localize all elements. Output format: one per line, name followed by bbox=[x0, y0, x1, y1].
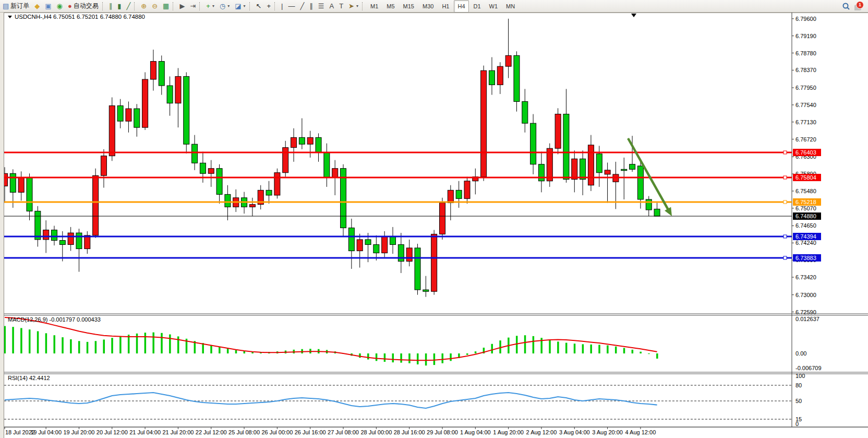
macd-axis-label: 0.00 bbox=[795, 350, 806, 357]
rsi-axis-label: 0 bbox=[795, 421, 799, 427]
macd-histogram-bar bbox=[169, 335, 171, 353]
line-handle[interactable] bbox=[783, 256, 787, 259]
candle-body bbox=[481, 70, 487, 177]
time-axis-label: 3 Aug 04:00 bbox=[559, 429, 590, 435]
macd-histogram-bar bbox=[450, 353, 452, 361]
fibonacci-button[interactable]: ☰ bbox=[316, 1, 327, 12]
vline-button[interactable]: | bbox=[279, 1, 285, 12]
chart-window: 6.796006.791906.787806.783706.779506.775… bbox=[4, 13, 868, 438]
label-button[interactable]: T bbox=[336, 1, 346, 12]
timeframe-m5-button[interactable]: M5 bbox=[383, 0, 398, 13]
price-axis-tick-label: 6.77950 bbox=[795, 85, 816, 91]
indicators-button[interactable]: +▾ bbox=[203, 1, 217, 12]
candle-body bbox=[109, 105, 115, 156]
text-button[interactable]: A bbox=[327, 1, 336, 12]
tile-windows-button[interactable]: ▦ bbox=[160, 1, 172, 12]
signals-button[interactable]: ◉ bbox=[54, 1, 65, 12]
cursor-button[interactable]: ↖ bbox=[254, 1, 264, 12]
search-icon[interactable] bbox=[842, 2, 850, 10]
macd-histogram-bar bbox=[565, 343, 568, 353]
notifications-button[interactable]: 1 bbox=[854, 2, 864, 10]
crosshair-button[interactable]: + bbox=[264, 1, 273, 12]
timeframe-w1-button[interactable]: W1 bbox=[486, 0, 502, 13]
time-axis-label: 2 Aug 12:00 bbox=[526, 429, 557, 435]
candle-body bbox=[365, 240, 371, 245]
candlestick-chart-icon: ▮ bbox=[117, 3, 121, 9]
timeframe-d1-button[interactable]: D1 bbox=[470, 0, 485, 13]
bar-chart-button[interactable]: ∥ bbox=[106, 1, 115, 12]
macd-histogram-bar bbox=[376, 353, 378, 361]
rsi-axis-label: 50 bbox=[795, 398, 802, 404]
macd-histogram-bar bbox=[177, 336, 179, 353]
macd-histogram-bar bbox=[219, 347, 221, 353]
macd-histogram-bar bbox=[425, 353, 427, 365]
candle-body bbox=[630, 164, 635, 170]
auto-scroll-button[interactable]: ▶ bbox=[177, 1, 187, 12]
templates-button[interactable]: ◪▾ bbox=[232, 1, 248, 12]
candle-body bbox=[580, 159, 586, 179]
zoom-in-button[interactable]: ⊕ bbox=[138, 1, 149, 12]
macd-histogram-bar bbox=[400, 353, 402, 363]
price-axis-tick-label: 6.75480 bbox=[795, 188, 816, 194]
chart-title: USDCNH-,H4 6.75051 6.75201 6.74880 6.748… bbox=[15, 14, 145, 20]
macd-histogram-bar bbox=[144, 333, 147, 353]
macd-histogram-bar bbox=[516, 336, 518, 353]
chevron-down-icon: ▾ bbox=[212, 4, 214, 8]
zoom-out-button[interactable]: ⊖ bbox=[149, 1, 160, 12]
hline-button[interactable]: — bbox=[285, 1, 297, 12]
candle-body bbox=[134, 109, 140, 127]
line-handle[interactable] bbox=[783, 176, 787, 179]
toolbar-separator bbox=[102, 2, 105, 10]
toolbar-separator bbox=[134, 2, 137, 10]
channel-button[interactable]: ∥ bbox=[307, 1, 316, 12]
candle-body bbox=[588, 145, 594, 185]
line-handle[interactable] bbox=[783, 235, 787, 238]
candle-body bbox=[117, 105, 123, 121]
timeframe-h1-button[interactable]: H1 bbox=[438, 0, 453, 13]
line-chart-button[interactable]: ╱ bbox=[124, 1, 133, 12]
new-order-button[interactable]: ▤新订单 bbox=[0, 1, 32, 12]
vline-icon: | bbox=[281, 3, 283, 9]
candle-body bbox=[464, 181, 470, 199]
candle-body bbox=[249, 205, 255, 207]
chart-shift-button[interactable]: ⇥ bbox=[187, 1, 198, 12]
autotrading-button[interactable]: ●自动交易 bbox=[65, 1, 101, 12]
metaeditor-button[interactable]: ◆ bbox=[32, 1, 42, 12]
candle-body bbox=[505, 55, 511, 66]
time-axis-label: 25 Jul 08:00 bbox=[228, 429, 260, 435]
candle-body bbox=[382, 236, 388, 253]
candle-body bbox=[605, 170, 610, 174]
candle-body bbox=[348, 228, 354, 251]
indicators-icon: + bbox=[206, 3, 210, 9]
zoom-out-icon: ⊖ bbox=[152, 3, 158, 9]
candle-body bbox=[637, 166, 643, 199]
chart-background bbox=[4, 13, 868, 438]
candle-body bbox=[538, 164, 544, 181]
time-axis-label: 20 Jul 12:00 bbox=[97, 429, 128, 435]
terminal-button[interactable]: ▣ bbox=[42, 1, 54, 12]
toolbar-separator bbox=[362, 2, 365, 10]
timeframe-m30-button[interactable]: M30 bbox=[419, 0, 437, 13]
timeframe-m15-button[interactable]: M15 bbox=[400, 0, 418, 13]
arrows-button[interactable]: ➤▾ bbox=[346, 1, 361, 12]
candlestick-chart-button[interactable]: ▮ bbox=[115, 1, 124, 12]
candle-body bbox=[497, 66, 503, 85]
price-badge-label: 6.75218 bbox=[795, 199, 816, 205]
trendline-button[interactable]: ╱ bbox=[297, 1, 307, 12]
candle-body bbox=[93, 175, 99, 235]
macd-histogram-bar bbox=[152, 333, 154, 353]
macd-histogram-bar bbox=[119, 336, 122, 353]
timeframe-mn-button[interactable]: MN bbox=[502, 0, 519, 13]
macd-histogram-bar bbox=[244, 351, 246, 353]
new-order-button-label: 新订单 bbox=[10, 2, 29, 10]
line-handle[interactable] bbox=[783, 151, 787, 154]
new-order-icon: ▤ bbox=[3, 3, 9, 9]
line-handle[interactable] bbox=[783, 200, 787, 204]
timeframe-h4-button[interactable]: H4 bbox=[454, 0, 468, 13]
timeframe-m1-button[interactable]: M1 bbox=[367, 0, 382, 13]
macd-histogram-bar bbox=[656, 353, 658, 359]
macd-histogram-bar bbox=[392, 353, 394, 362]
macd-histogram-bar bbox=[475, 351, 477, 353]
tile-windows-icon: ▦ bbox=[163, 3, 169, 9]
periods-button[interactable]: ◷▾ bbox=[217, 1, 232, 12]
